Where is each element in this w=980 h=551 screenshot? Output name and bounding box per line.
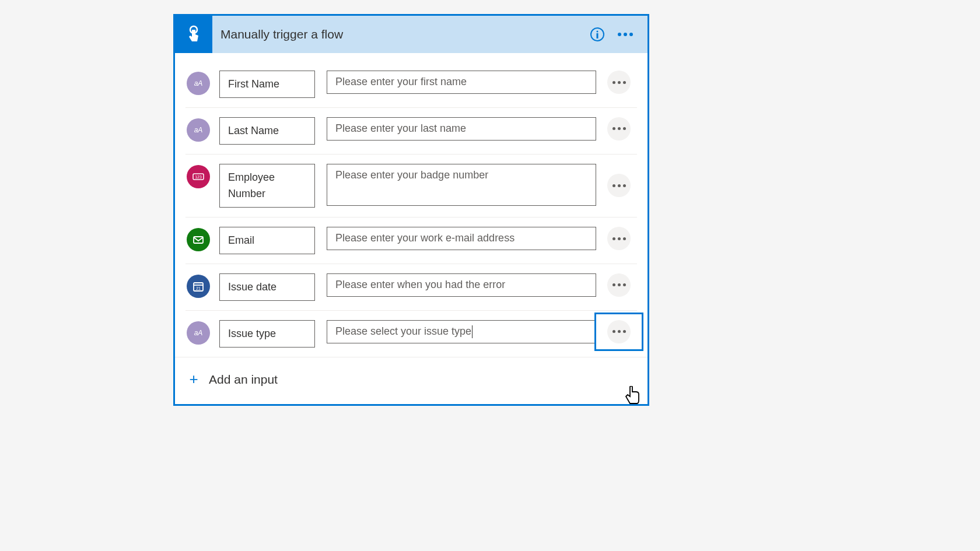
row-more-wrap — [602, 174, 636, 197]
svg-text:aA: aA — [194, 329, 203, 337]
input-type-icon: aA — [187, 321, 210, 345]
row-more-button[interactable] — [607, 71, 631, 94]
touch-icon — [183, 24, 204, 45]
input-name-field[interactable]: First Name — [219, 71, 315, 98]
plus-icon: + — [186, 371, 202, 388]
input-row: aALast NamePlease enter your last name — [186, 108, 637, 155]
row-more-wrap — [602, 71, 636, 94]
row-more-wrap — [602, 320, 636, 343]
header-more-button[interactable] — [615, 24, 636, 45]
svg-text:21: 21 — [196, 286, 201, 290]
svg-rect-3 — [597, 33, 598, 38]
ellipsis-icon — [612, 330, 626, 333]
row-more-button[interactable] — [607, 320, 631, 343]
ellipsis-icon — [612, 184, 626, 187]
input-name-field[interactable]: Issue type — [219, 320, 315, 348]
input-type-icon: 123 — [187, 165, 210, 188]
add-input-button[interactable]: + Add an input — [175, 357, 648, 404]
svg-rect-8 — [194, 237, 203, 243]
input-description-field[interactable]: Please enter your last name — [327, 117, 596, 141]
row-more-wrap — [602, 273, 636, 297]
svg-point-2 — [597, 31, 598, 33]
input-description-field[interactable]: Please select your issue type — [327, 320, 596, 343]
row-more-button[interactable] — [607, 117, 631, 141]
trigger-title: Manually trigger a flow — [212, 27, 580, 41]
row-more-button[interactable] — [607, 227, 631, 250]
input-description-field[interactable]: Please enter when you had the error — [327, 273, 596, 297]
input-type-icon: 21 — [187, 275, 210, 298]
trigger-icon — [175, 16, 212, 53]
svg-text:123: 123 — [195, 175, 202, 179]
input-type-icon: aA — [187, 118, 210, 142]
ellipsis-icon — [612, 237, 626, 240]
add-input-label: Add an input — [209, 373, 278, 387]
row-more-wrap — [602, 227, 636, 250]
input-row: aAIssue typePlease select your issue typ… — [186, 311, 637, 357]
flow-header: Manually trigger a flow — [175, 16, 648, 53]
input-name-field[interactable]: Last Name — [219, 117, 315, 145]
info-button[interactable] — [587, 24, 608, 45]
ellipsis-icon — [612, 81, 626, 84]
ellipsis-icon — [612, 127, 626, 130]
svg-text:aA: aA — [194, 79, 203, 87]
input-description-field[interactable]: Please enter your first name — [327, 71, 596, 94]
input-row: EmailPlease enter your work e-mail addre… — [186, 217, 637, 264]
ellipsis-icon — [618, 33, 633, 36]
row-more-button[interactable] — [607, 273, 631, 297]
input-type-icon — [187, 228, 210, 251]
input-name-field[interactable]: Issue date — [219, 273, 315, 301]
row-more-wrap — [602, 117, 636, 141]
input-row: 123Employee NumberPlease enter your badg… — [186, 155, 637, 218]
input-name-field[interactable]: Email — [219, 227, 315, 254]
input-description-field[interactable]: Please enter your badge number — [327, 164, 596, 206]
input-type-icon: aA — [187, 72, 210, 95]
input-name-field[interactable]: Employee Number — [219, 164, 315, 208]
input-row: 21Issue datePlease enter when you had th… — [186, 264, 637, 311]
row-more-button[interactable] — [607, 174, 631, 197]
flow-trigger-card: Manually trigger a flow aAFirst NamePlea… — [173, 14, 649, 406]
info-icon — [590, 27, 605, 42]
input-description-field[interactable]: Please enter your work e-mail address — [327, 227, 596, 250]
inputs-list: aAFirst NamePlease enter your first name… — [175, 53, 648, 357]
ellipsis-icon — [612, 283, 626, 286]
svg-text:aA: aA — [194, 126, 203, 134]
input-row: aAFirst NamePlease enter your first name — [186, 61, 637, 108]
